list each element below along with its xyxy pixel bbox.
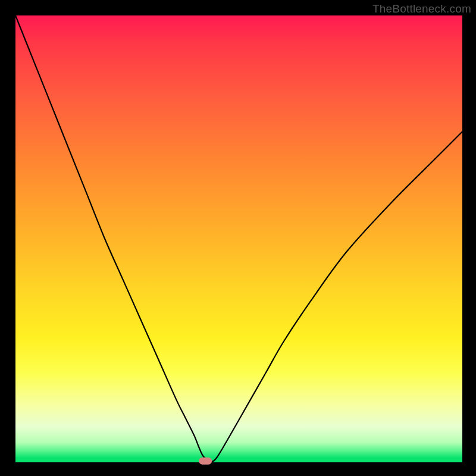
min-marker <box>199 458 212 465</box>
bottleneck-curve <box>15 15 462 462</box>
curve-svg <box>15 15 462 462</box>
chart-frame: TheBottleneck.com <box>0 0 476 476</box>
watermark-text: TheBottleneck.com <box>372 2 471 15</box>
plot-area <box>15 15 462 462</box>
